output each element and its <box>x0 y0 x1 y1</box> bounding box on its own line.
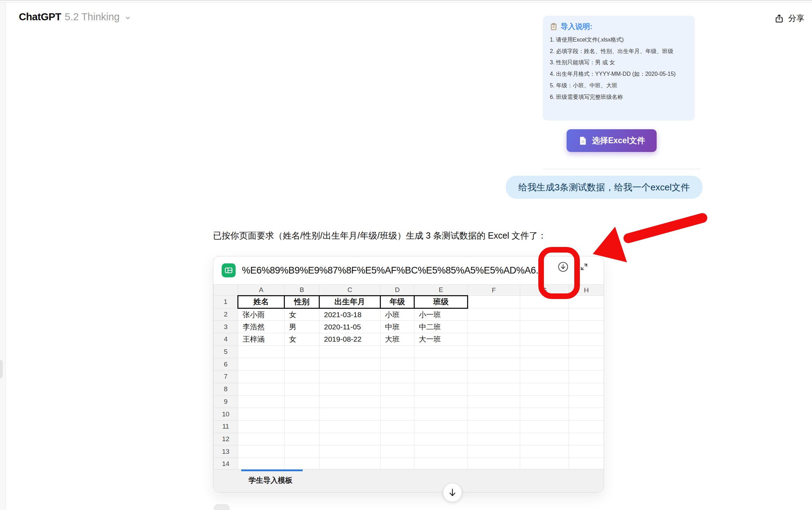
choose-excel-file-button[interactable]: 选择Excel文件 <box>567 129 657 152</box>
cell-E6 <box>414 358 468 371</box>
sheet-row-1: 1姓名性别出生年月年级班级 <box>214 296 604 308</box>
cell-A7 <box>238 371 285 383</box>
cell-F6 <box>468 358 520 371</box>
cell-H7 <box>569 371 604 383</box>
sheet-row-5: 5 <box>214 345 604 358</box>
file-chip-header[interactable]: %E6%89%B9%E9%87%8F%E5%AF%BC%E5%85%A5%E5%… <box>213 256 604 284</box>
sheet-row-2: 2张小雨女2021-03-18小班小一班 <box>214 308 604 321</box>
sheet-row-8: 8 <box>214 383 604 395</box>
instruction-item: 6. 班级需要填写完整班级名称 <box>550 93 688 101</box>
cell-H3 <box>569 321 604 333</box>
col-header-D: D <box>381 285 414 296</box>
instruction-item: 2. 必填字段：姓名、性别、出生年月、年级、班级 <box>550 48 688 56</box>
cell-B2: 女 <box>285 308 319 321</box>
cell-E1: 班级 <box>414 296 468 308</box>
download-button[interactable] <box>557 261 569 273</box>
row-header-5: 5 <box>214 345 238 358</box>
sheet-row-12: 12 <box>214 433 604 445</box>
cell-A2: 张小雨 <box>238 308 285 321</box>
cell-D2: 小班 <box>381 308 414 321</box>
row-header-12: 12 <box>214 433 238 445</box>
window-top-edge <box>0 0 812 2</box>
col-header-G: G <box>520 285 569 296</box>
cell-F14 <box>468 458 520 470</box>
cell-C9 <box>319 395 381 408</box>
cell-B7 <box>285 371 319 383</box>
cell-G6 <box>520 358 569 371</box>
cell-D13 <box>381 445 414 458</box>
sheet-row-3: 3李浩然男2020-11-05中班中二班 <box>214 321 604 333</box>
spreadsheet-chip <box>222 263 236 277</box>
row-header-4: 4 <box>214 333 238 346</box>
cell-F4 <box>468 333 520 346</box>
col-header-A: A <box>238 285 285 296</box>
row-header-14: 14 <box>214 458 238 470</box>
row-header-13: 13 <box>214 445 238 458</box>
cell-H12 <box>569 433 604 445</box>
cell-G14 <box>520 458 569 470</box>
cell-B9 <box>285 395 319 408</box>
cell-B10 <box>285 408 319 421</box>
col-header-E: E <box>414 285 468 296</box>
cell-E7 <box>414 371 468 383</box>
cell-E12 <box>414 433 468 445</box>
cell-E3: 中二班 <box>414 321 468 333</box>
cell-B4: 女 <box>285 333 319 346</box>
app-name: ChatGPT <box>19 11 61 23</box>
cell-D3: 中班 <box>381 321 414 333</box>
sheet-row-14: 14 <box>214 458 604 470</box>
row-header-3: 3 <box>214 321 238 333</box>
import-instructions-title-text: 导入说明: <box>561 22 592 31</box>
cell-A9 <box>238 395 285 408</box>
cell-C12 <box>319 433 381 445</box>
cell-D8 <box>381 383 414 395</box>
cell-D6 <box>381 358 414 371</box>
cell-G10 <box>520 408 569 421</box>
cell-A10 <box>238 408 285 421</box>
active-tab-indicator <box>241 469 303 471</box>
instruction-item: 3. 性别只能填写：男 或 女 <box>550 59 688 67</box>
sidebar-drag-handle[interactable] <box>0 360 3 378</box>
file-name: %E6%89%B9%E9%87%8F%E5%AF%BC%E5%85%A5%E5%… <box>242 265 541 276</box>
expand-button[interactable] <box>578 261 590 273</box>
cell-B13 <box>285 445 319 458</box>
cell-C14 <box>319 458 381 470</box>
cell-E10 <box>414 408 468 421</box>
file-icon <box>578 136 588 145</box>
sheet-row-6: 6 <box>214 358 604 371</box>
scroll-to-bottom-button[interactable] <box>443 483 462 502</box>
cell-G11 <box>520 420 569 433</box>
cell-B1: 性别 <box>285 296 319 308</box>
sheet-row-13: 13 <box>214 445 604 458</box>
model-selector[interactable]: ChatGPT 5.2 Thinking <box>19 11 132 23</box>
cell-H13 <box>569 445 604 458</box>
cell-F13 <box>468 445 520 458</box>
cell-A6 <box>238 358 285 371</box>
row-header-11: 11 <box>214 420 238 433</box>
sheet-tab-bar: 学生导入模板 <box>213 469 604 492</box>
import-instructions-panel: 导入说明: 1. 请使用Excel文件(.xlsx格式)2. 必填字段：姓名、性… <box>543 16 695 121</box>
cell-B14 <box>285 458 319 470</box>
sheet-row-10: 10 <box>214 408 604 421</box>
cell-F11 <box>468 420 520 433</box>
cell-C10 <box>319 408 381 421</box>
cell-A5 <box>238 345 285 358</box>
sheet-tab[interactable]: 学生导入模板 <box>249 475 293 485</box>
cell-E8 <box>414 383 468 395</box>
sheet-row-7: 7 <box>214 371 604 383</box>
cell-F12 <box>468 433 520 445</box>
model-version: 5.2 Thinking <box>65 11 119 23</box>
cell-C8 <box>319 383 381 395</box>
share-button[interactable]: 分享 <box>772 13 806 24</box>
cell-A3: 李浩然 <box>238 321 285 333</box>
col-header-H: H <box>569 285 604 296</box>
cell-A4: 王梓涵 <box>238 333 285 346</box>
row-header-1: 1 <box>214 296 238 308</box>
cell-F7 <box>468 371 520 383</box>
cell-C1: 出生年月 <box>319 296 381 308</box>
excel-preview-card: %E6%89%B9%E9%87%8F%E5%AF%BC%E5%85%A5%E5%… <box>213 256 604 493</box>
user-message-bubble: 给我生成3条测试数据，给我一个excel文件 <box>506 176 702 199</box>
cell-D12 <box>381 433 414 445</box>
instruction-item: 5. 年级：小班、中班、大班 <box>550 82 688 90</box>
cell-A1: 姓名 <box>238 296 285 308</box>
